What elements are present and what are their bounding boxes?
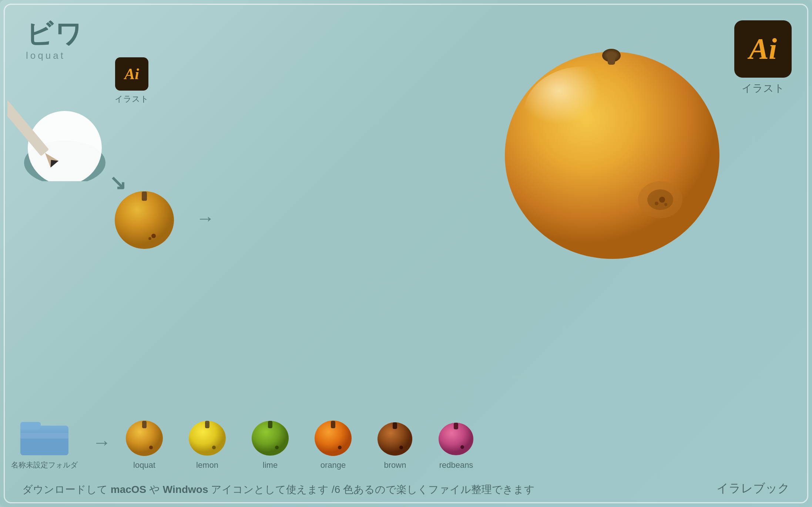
bottom-text: ダウンロードして macOS や Windwos アイコンとして使えます /6 …: [22, 483, 535, 497]
title-area: ビワ loquat: [26, 20, 84, 61]
fruit-loquat-icon: [122, 414, 167, 457]
svg-point-20: [151, 234, 156, 238]
svg-point-28: [149, 446, 153, 449]
svg-point-17: [664, 203, 667, 206]
svg-rect-36: [331, 421, 335, 428]
fruit-redbeans-icon: [435, 416, 477, 457]
folder-area: 名称未設定フォルダ: [11, 415, 78, 470]
fruit-brown-icon: [374, 416, 416, 457]
fruit-orange-label: orange: [321, 460, 346, 470]
svg-rect-42: [454, 423, 458, 429]
ai-icon-text-small: Ai: [124, 65, 139, 83]
svg-point-40: [399, 446, 403, 449]
svg-point-31: [212, 446, 216, 449]
svg-point-21: [148, 237, 151, 240]
ai-label-large: イラスト: [742, 81, 785, 95]
bottom-brand: イラレブック: [717, 480, 790, 497]
bottom-row: 名称未設定フォルダ → loquat: [11, 414, 801, 470]
ai-icon-small: Ai: [115, 57, 148, 91]
ai-label-small: イラスト: [115, 94, 149, 105]
ai-icon-large: Ai: [734, 20, 792, 78]
fruit-loquat-label: loquat: [133, 460, 155, 470]
fruit-item-redbeans: redbeans: [435, 416, 477, 470]
svg-point-15: [659, 197, 665, 203]
svg-rect-33: [268, 421, 272, 428]
fruit-item-loquat: loquat: [122, 414, 167, 470]
title-japanese: ビワ: [26, 20, 84, 47]
fruit-items: loquat lemon: [122, 414, 477, 470]
fruit-orange-icon: [311, 414, 355, 457]
pencil-illustration: [7, 63, 118, 181]
fruit-item-lemon: lemon: [185, 414, 229, 470]
svg-rect-39: [393, 422, 397, 429]
fruit-item-orange: orange: [311, 414, 355, 470]
fruit-lemon-icon: [185, 414, 229, 457]
svg-point-37: [338, 446, 342, 449]
svg-rect-23: [20, 422, 41, 429]
svg-point-10: [523, 67, 642, 163]
svg-point-43: [460, 445, 464, 449]
fruit-item-lime: lime: [248, 414, 292, 470]
fruit-lemon-label: lemon: [196, 460, 218, 470]
svg-rect-19: [142, 192, 147, 201]
ai-badge-small: Ai イラスト: [115, 57, 149, 105]
fruit-item-brown: brown: [374, 416, 416, 470]
svg-rect-27: [142, 421, 147, 428]
svg-point-34: [275, 446, 279, 449]
loquat-large: [479, 18, 738, 270]
folder-icon: [19, 415, 70, 457]
arrow-right-folder: →: [93, 432, 111, 453]
svg-point-16: [655, 202, 658, 205]
fruit-lime-icon: [248, 414, 292, 457]
title-english: loquat: [26, 50, 84, 61]
ai-badge-large: Ai イラスト: [734, 20, 792, 95]
fruit-lime-label: lime: [263, 460, 278, 470]
fruit-redbeans-label: redbeans: [439, 460, 473, 470]
svg-rect-25: [20, 433, 68, 439]
small-loquat-area: →: [107, 181, 215, 255]
arrow-right-mid: →: [196, 207, 215, 229]
fruit-brown-label: brown: [384, 460, 406, 470]
ai-icon-text-large: Ai: [749, 32, 777, 66]
folder-label: 名称未設定フォルダ: [11, 460, 78, 470]
loquat-small: [107, 181, 181, 255]
svg-rect-30: [205, 421, 209, 428]
svg-rect-14: [608, 52, 615, 65]
